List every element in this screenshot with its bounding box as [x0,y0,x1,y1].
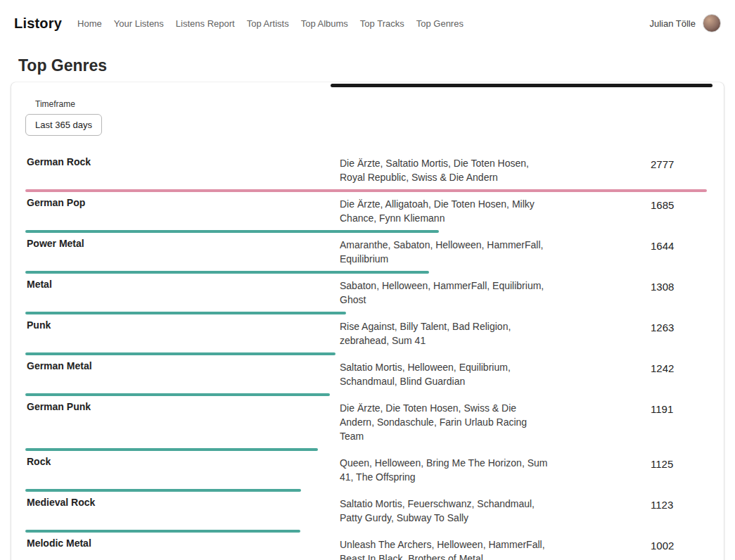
genre-bar-track [25,489,707,492]
genre-row: German Rock Die Ärzte, Saltatio Mortis, … [25,151,707,192]
genre-bar-track [25,271,707,274]
timeframe-select[interactable]: Last 365 days [25,114,102,136]
genre-bar [25,189,707,192]
genre-artists: Sabaton, Helloween, HammerFall, Equilibr… [340,279,551,307]
genre-artists: Rise Against, Billy Talent, Bad Religion… [340,319,551,348]
top-genres-card: Timeframe Last 365 days German Rock Die … [11,82,724,560]
nav-item-top-genres[interactable]: Top Genres [416,18,464,29]
genre-name: Punk [25,319,340,331]
genre-bar [25,352,335,355]
genre-name: German Metal [25,360,340,371]
genre-artists: Die Ärzte, Saltatio Mortis, Die Toten Ho… [340,156,551,184]
genre-bar [25,393,330,396]
genre-bar [25,448,318,451]
genre-row: German Punk Die Ärzte, Die Toten Hosen, … [25,396,707,451]
timeframe-label: Timeframe [35,99,707,109]
genre-bar-track [25,530,707,533]
page-title: Top Genres [18,56,735,75]
genre-name: Rock [25,456,340,467]
genre-name: German Punk [25,401,340,412]
nav-links: Home Your Listens Listens Report Top Art… [77,18,649,29]
genre-bar [25,312,346,314]
genre-count: 1308 [551,279,707,293]
genre-bar-track [25,393,707,396]
user-avatar[interactable] [703,14,721,32]
genre-row: Melodic Metal Unleash The Archers, Hello… [25,533,707,560]
genre-row: Medieval Rock Saltatio Mortis, Feuerschw… [25,492,707,533]
top-navigation: Listory Home Your Listens Listens Report… [0,0,735,46]
genre-artists: Unleash The Archers, Helloween, HammerFa… [340,537,551,560]
genre-bar [25,271,429,274]
nav-item-top-albums[interactable]: Top Albums [301,18,348,29]
genre-artists: Die Ärzte, Alligatoah, Die Toten Hosen, … [340,197,551,225]
genre-bar-track [25,189,707,192]
genre-count: 2777 [551,156,707,170]
nav-item-home[interactable]: Home [77,18,102,29]
genre-row: Power Metal Amaranthe, Sabaton, Hellowee… [25,233,707,274]
nav-item-top-artists[interactable]: Top Artists [247,18,289,29]
genre-artists: Queen, Helloween, Bring Me The Horizon, … [340,456,551,484]
genre-count: 1002 [551,537,707,552]
genre-row: German Metal Saltatio Mortis, Helloween,… [25,355,707,396]
genre-bar-track [25,312,707,314]
genre-name: German Rock [25,156,340,167]
genre-artists: Saltatio Mortis, Feuerschwanz, Schandmau… [340,497,551,525]
genre-row: Rock Queen, Helloween, Bring Me The Hori… [25,451,707,492]
genre-count: 1263 [551,319,707,333]
genre-artists: Saltatio Mortis, Helloween, Equilibrium,… [340,360,551,388]
horizontal-scrollbar[interactable] [331,84,712,87]
genre-bar [25,489,301,492]
genre-artists: Amaranthe, Sabaton, Helloween, HammerFal… [340,238,551,266]
user-name: Julian Tölle [649,18,696,29]
genre-count: 1125 [551,456,707,470]
genre-row: German Pop Die Ärzte, Alligatoah, Die To… [25,192,707,233]
nav-item-listens-report[interactable]: Listens Report [176,18,235,29]
nav-item-top-tracks[interactable]: Top Tracks [360,18,404,29]
genre-count: 1123 [551,497,707,511]
genre-bar-track [25,230,707,233]
genre-name: Melodic Metal [25,537,340,549]
genre-name: Power Metal [25,238,340,249]
genre-row: Metal Sabaton, Helloween, HammerFall, Eq… [25,274,707,314]
genre-bar [25,230,439,233]
genre-count: 1191 [551,401,707,415]
genre-count: 1685 [551,197,707,211]
genre-bar-track [25,352,707,355]
genre-count: 1644 [551,238,707,252]
nav-item-your-listens[interactable]: Your Listens [114,18,164,29]
genre-row: Punk Rise Against, Billy Talent, Bad Rel… [25,314,707,355]
genre-name: German Pop [25,197,340,208]
genre-name: Metal [25,279,340,290]
genre-bar-track [25,448,707,451]
user-menu[interactable]: Julian Tölle [649,14,721,32]
genre-artists: Die Ärzte, Die Toten Hosen, Swiss & Die … [340,401,551,443]
genre-count: 1242 [551,360,707,374]
app-logo[interactable]: Listory [14,15,62,32]
genre-bar [25,530,300,533]
genres-table: German Rock Die Ärzte, Saltatio Mortis, … [25,151,707,560]
genre-name: Medieval Rock [25,497,340,508]
